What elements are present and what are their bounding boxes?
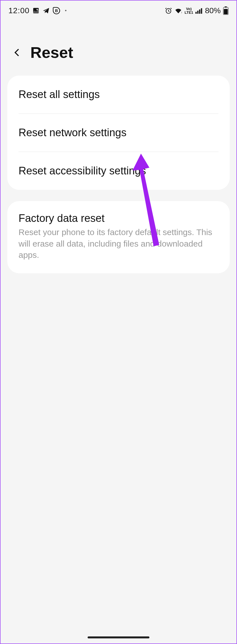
factory-data-reset-item[interactable]: Factory data reset Reset your phone to i… (7, 201, 230, 273)
battery-icon (223, 6, 229, 15)
back-button[interactable] (12, 47, 22, 58)
battery-percent: 80% (205, 6, 221, 15)
svg-rect-6 (197, 11, 198, 14)
status-bar-right: ↑↓ Vo)LTE1 80% (165, 6, 229, 15)
factory-reset-title: Factory data reset (19, 212, 218, 224)
reset-accessibility-settings-item[interactable]: Reset accessibility settings (7, 152, 230, 190)
list-item-label: Reset all settings (19, 88, 218, 101)
list-item-label: Reset accessibility settings (19, 165, 218, 177)
svg-rect-5 (195, 12, 197, 14)
factory-reset-description: Reset your phone to its factory default … (19, 227, 218, 261)
gallery-icon (32, 7, 40, 14)
signal-icon (195, 7, 203, 14)
status-bar-left: 12:00 B • (8, 6, 67, 15)
wifi-icon: ↑↓ (174, 7, 182, 14)
factory-reset-card: Factory data reset Reset your phone to i… (7, 201, 230, 273)
volte-icon: Vo)LTE1 (184, 7, 193, 14)
svg-text:↑↓: ↑↓ (181, 11, 182, 14)
svg-rect-11 (224, 9, 228, 14)
reset-options-card: Reset all settings Reset network setting… (7, 76, 230, 190)
status-bar: 12:00 B • (1, 1, 236, 18)
page-header: Reset (1, 18, 236, 76)
alarm-icon (165, 7, 172, 14)
svg-point-1 (37, 9, 38, 10)
telegram-icon (42, 7, 50, 14)
reset-network-settings-item[interactable]: Reset network settings (7, 114, 230, 152)
page-title: Reset (30, 43, 73, 62)
svg-rect-8 (201, 8, 202, 14)
list-item-label: Reset network settings (19, 127, 218, 139)
status-time: 12:00 (8, 6, 29, 15)
svg-rect-7 (199, 10, 200, 14)
reset-all-settings-item[interactable]: Reset all settings (7, 76, 230, 113)
more-dot-icon: • (65, 8, 67, 14)
navigation-bar-handle[interactable] (88, 636, 149, 638)
circle-b-icon: B (53, 7, 60, 15)
svg-text:B: B (55, 8, 58, 13)
